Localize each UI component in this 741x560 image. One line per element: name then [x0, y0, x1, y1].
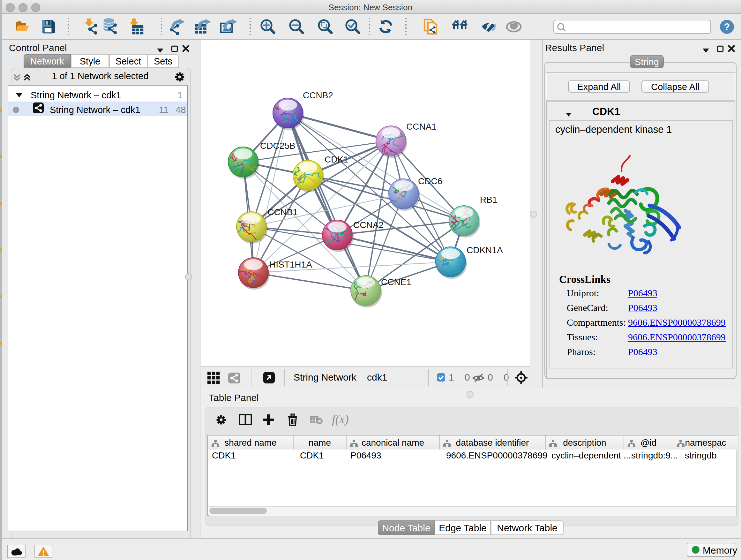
svg-text:CCNE1: CCNE1	[381, 277, 411, 287]
svg-text:CCNB2: CCNB2	[303, 90, 333, 100]
svg-text:CCNA2: CCNA2	[353, 220, 384, 230]
svg-text:CDKN1A: CDKN1A	[467, 245, 503, 255]
svg-text:CDC6: CDC6	[418, 176, 442, 186]
svg-text:CCNA1: CCNA1	[406, 122, 436, 132]
svg-text:RB1: RB1	[480, 195, 497, 205]
svg-text:HIST1H1A: HIST1H1A	[269, 260, 312, 269]
svg-text:CCNB1: CCNB1	[267, 207, 298, 217]
svg-text:CDK1: CDK1	[325, 154, 348, 165]
svg-text:CDC25B: CDC25B	[260, 141, 295, 151]
svg-text:?: ?	[724, 21, 730, 33]
